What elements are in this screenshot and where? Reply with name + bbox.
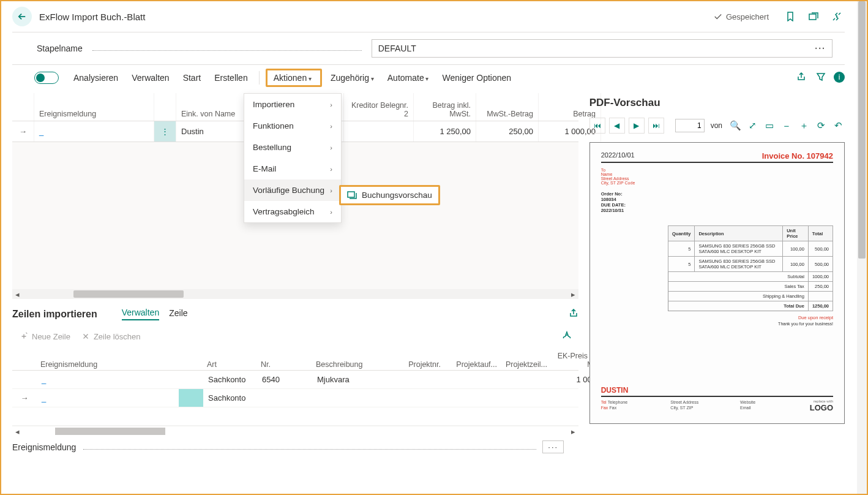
popout-icon[interactable] xyxy=(806,9,821,25)
lcol-beschr[interactable]: Beschreibung xyxy=(312,346,392,370)
lcol-projektnr[interactable]: Projektnr. xyxy=(392,346,444,370)
lines-share-icon[interactable] xyxy=(569,308,578,320)
lcol-art[interactable]: Art xyxy=(203,346,257,370)
pdf-next-page-icon[interactable]: ▶ xyxy=(629,118,645,134)
col-ereignis[interactable]: Ereignismeldung xyxy=(34,93,154,121)
analyze-toggle[interactable] xyxy=(34,72,59,84)
pdf-refresh-icon[interactable]: ⟳ xyxy=(814,119,828,132)
saved-indicator: Gespeichert xyxy=(714,12,769,21)
filter-icon[interactable] xyxy=(814,72,828,84)
pdf-last-page-icon[interactable]: ⏭ xyxy=(648,118,664,134)
erstellen-button[interactable]: Erstellen xyxy=(209,69,252,86)
menu-funktionen[interactable]: Funktionen› xyxy=(244,115,341,137)
lines-table: Ereignismeldung Art Nr. Beschreibung Pro… xyxy=(12,346,578,436)
svg-rect-1 xyxy=(348,192,354,197)
menu-email[interactable]: E-Mail› xyxy=(244,158,341,179)
analyze-button[interactable]: Analysieren xyxy=(69,69,123,86)
lines-ai-icon[interactable] xyxy=(560,330,574,342)
batch-name-label: Stapelname xyxy=(37,43,83,53)
menu-vertragsabgleich[interactable]: Vertragsabgleich› xyxy=(244,201,341,222)
footer-ereignis-label: Ereignismeldung xyxy=(12,442,76,452)
collapse-icon[interactable] xyxy=(829,9,845,25)
col-kreditor[interactable]: Kreditor Belegnr. 2 xyxy=(344,93,414,121)
svg-rect-0 xyxy=(809,14,816,20)
bookmark-icon[interactable] xyxy=(782,9,798,25)
menu-bestellung[interactable]: Bestellung› xyxy=(244,137,341,158)
lcol-projektzeil[interactable]: Projektzeil... xyxy=(501,346,551,370)
lines-section-title: Zeilen importieren xyxy=(12,309,97,320)
pdf-preview-title: PDF-Vorschau xyxy=(589,93,845,115)
pdf-zoom-in-icon[interactable]: ＋ xyxy=(797,119,810,132)
footer-more-button[interactable]: ··· xyxy=(542,440,564,453)
menu-buchungsvorschau[interactable]: Buchungsvorschau xyxy=(339,185,440,205)
row-selected-cell[interactable] xyxy=(179,389,203,407)
tab-zeile[interactable]: Zeile xyxy=(169,308,187,320)
pdf-prev-page-icon[interactable]: ◀ xyxy=(609,118,625,134)
invoice-table: Quantity Description Unit Price Total 5 … xyxy=(668,225,833,311)
pdf-search-icon[interactable]: 🔍 xyxy=(728,119,742,132)
col-mwst[interactable]: MwSt.-Betrag xyxy=(476,93,539,121)
row-more-icon[interactable]: ⋮ xyxy=(154,121,176,142)
lcol-ereignis[interactable]: Ereignismeldung xyxy=(37,346,179,370)
info-icon[interactable]: i xyxy=(834,72,845,83)
batch-name-more-icon[interactable]: ··· xyxy=(815,43,826,53)
menu-vorlaeufige-buchung[interactable]: Vorläufige Buchung› xyxy=(244,179,341,201)
zugehoerig-button[interactable]: Zugehörig xyxy=(326,69,379,86)
table-row[interactable]: _ Sachkonto 6540 Mjukvara 1 000,00 xyxy=(12,371,578,389)
pdf-page-input[interactable] xyxy=(675,119,705,132)
table-row[interactable] xyxy=(12,407,578,426)
share-icon[interactable] xyxy=(795,72,808,84)
pdf-undo-icon[interactable]: ↶ xyxy=(831,119,845,132)
pdf-zoom-fit-icon[interactable]: ⤢ xyxy=(746,119,759,132)
row-select-arrow-icon[interactable]: → xyxy=(12,389,37,407)
new-line-button[interactable]: Neue Zeile xyxy=(20,330,70,342)
pdf-zoom-out-icon[interactable]: − xyxy=(780,119,793,132)
pdf-first-page-icon[interactable]: ⏮ xyxy=(589,118,605,134)
vertical-scrollbar[interactable] xyxy=(857,1,867,494)
delete-line-button[interactable]: Zeile löschen xyxy=(81,330,141,342)
menu-importieren[interactable]: Importieren› xyxy=(244,94,341,115)
lines-table-hscroll[interactable]: ◂▸ xyxy=(12,426,578,436)
row-select-arrow-icon[interactable]: → xyxy=(12,121,34,142)
lcol-projektauf[interactable]: Projektauf... xyxy=(444,346,501,370)
aktionen-menu: Importieren› Funktionen› Bestellung› E-M… xyxy=(244,93,342,223)
verwalten-button[interactable]: Verwalten xyxy=(127,69,174,86)
back-button[interactable] xyxy=(12,7,32,26)
table-row[interactable]: → _ Sachkonto 0,00 xyxy=(12,389,578,407)
col-betrag-inkl[interactable]: Betrag inkl. MwSt. xyxy=(414,93,476,121)
weniger-optionen-button[interactable]: Weniger Optionen xyxy=(438,69,517,86)
tab-verwalten[interactable]: Verwalten xyxy=(122,308,159,320)
start-button[interactable]: Start xyxy=(178,69,206,86)
automate-button[interactable]: Automate xyxy=(383,69,434,86)
aktionen-button[interactable]: Aktionen xyxy=(266,69,322,87)
batch-name-input[interactable]: DEFAULT ··· xyxy=(372,39,832,58)
main-table-hscroll[interactable]: ◂▸ xyxy=(12,289,578,299)
pdf-page-preview: 2022/10/01 Invoice No. 107942 To Name St… xyxy=(589,142,845,424)
page-title: ExFlow Import Buch.-Blatt xyxy=(39,12,145,22)
pdf-page-icon[interactable]: ▭ xyxy=(763,119,776,132)
lcol-nr[interactable]: Nr. xyxy=(257,346,312,370)
